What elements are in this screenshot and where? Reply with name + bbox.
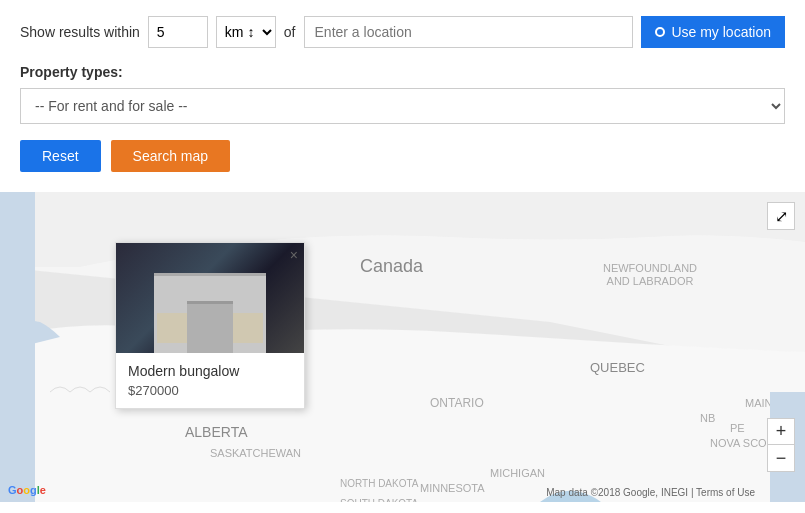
svg-text:SASKATCHEWAN: SASKATCHEWAN (210, 447, 301, 459)
location-input[interactable] (304, 16, 634, 48)
distance-input[interactable] (148, 16, 208, 48)
zoom-controls: + − (767, 418, 795, 472)
svg-text:PE: PE (730, 422, 745, 434)
property-popup: × Modern bungalow $270000 (115, 242, 305, 409)
svg-text:NB: NB (700, 412, 715, 424)
reset-button[interactable]: Reset (20, 140, 101, 172)
zoom-out-button[interactable]: − (768, 445, 794, 471)
search-map-button[interactable]: Search map (111, 140, 230, 172)
location-icon (655, 27, 665, 37)
svg-text:NEWFOUNDLAND: NEWFOUNDLAND (603, 262, 697, 274)
property-type-select[interactable]: -- For rent and for sale -- For rent For… (20, 88, 785, 124)
svg-text:ONTARIO: ONTARIO (430, 396, 484, 410)
controls-panel: Show results within km ↕ of Use my locat… (0, 0, 805, 192)
use-location-button[interactable]: Use my location (641, 16, 785, 48)
map-attribution: Map data ©2018 Google, INEGI | Terms of … (546, 487, 755, 498)
property-title: Modern bungalow (128, 363, 292, 379)
svg-text:MINNESOTA: MINNESOTA (420, 482, 485, 494)
svg-text:SOUTH DAKOTA: SOUTH DAKOTA (340, 498, 418, 502)
popup-close-button[interactable]: × (290, 247, 298, 263)
svg-text:MICHIGAN: MICHIGAN (490, 467, 545, 479)
svg-text:NORTH DAKOTA: NORTH DAKOTA (340, 478, 419, 489)
fullscreen-button[interactable]: ⤢ (767, 202, 795, 230)
svg-text:ALBERTA: ALBERTA (185, 424, 248, 440)
property-image (116, 243, 304, 353)
show-results-label: Show results within (20, 24, 140, 40)
svg-text:QUEBEC: QUEBEC (590, 360, 645, 375)
svg-rect-31 (0, 192, 35, 502)
svg-text:Canada: Canada (360, 256, 424, 276)
use-location-label: Use my location (671, 24, 771, 40)
map-container[interactable]: Canada ALBERTA SASKATCHEWAN ONTARIO QUEB… (0, 192, 805, 502)
unit-select[interactable]: km ↕ (216, 16, 276, 48)
google-logo: Google (8, 484, 46, 496)
property-types-label: Property types: (20, 64, 785, 80)
property-price: $270000 (128, 383, 292, 398)
of-label: of (284, 24, 296, 40)
zoom-in-button[interactable]: + (768, 419, 794, 445)
svg-text:AND LABRADOR: AND LABRADOR (607, 275, 694, 287)
fullscreen-icon: ⤢ (775, 207, 788, 226)
